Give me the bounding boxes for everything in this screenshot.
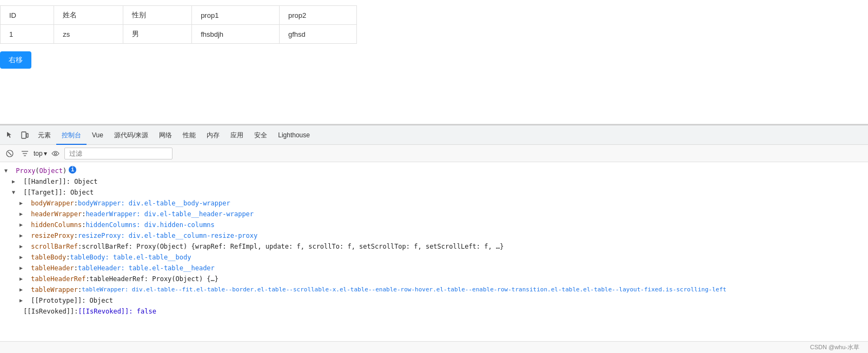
tab-lighthouse[interactable]: Lighthouse: [273, 125, 315, 145]
col-header-id: ID: [1, 6, 54, 25]
col-header-prop2: prop2: [279, 6, 356, 25]
prototype-expand[interactable]: ▶: [19, 296, 27, 305]
clear-console-button[interactable]: [3, 147, 16, 160]
devtools-footer: CSDN @whu-水草: [0, 341, 868, 353]
handler-expand-icon[interactable]: ▶: [12, 177, 19, 187]
data-table: ID 姓名 性别 prop1 prop2 1 zs 男 fhsbdjh gfhs…: [0, 5, 357, 44]
proxy-label: [12, 166, 16, 176]
info-icon[interactable]: i: [69, 166, 76, 174]
tab-application[interactable]: 应用: [225, 125, 249, 145]
tab-security[interactable]: 安全: [249, 125, 273, 145]
devtools-panel: 元素 控制台 Vue 源代码/来源 网络 性能 内存 应用 安全 Lightho…: [0, 124, 868, 353]
cell-name: zs: [54, 25, 123, 44]
table-wrapper-line: ▶ tableWrapper : tableWrapper: div.el-ta…: [4, 284, 868, 295]
proxy-object-line: ▼ Proxy ( Object ) i: [4, 165, 868, 176]
filter-input[interactable]: [64, 148, 173, 159]
context-selector[interactable]: top ▾: [34, 150, 47, 157]
svg-rect-1: [26, 134, 28, 137]
inspect-icon-button[interactable]: [2, 128, 17, 143]
col-header-name: 姓名: [54, 6, 123, 25]
svg-rect-0: [22, 132, 26, 138]
tab-memory[interactable]: 内存: [201, 125, 225, 145]
table-header-expand[interactable]: ▶: [19, 263, 27, 273]
right-move-button[interactable]: 右移: [0, 51, 31, 69]
cell-prop1: fhsbdjh: [192, 25, 280, 44]
table-body-line: ▶ tableBody : tableBody: table.el-table_…: [4, 252, 868, 263]
tab-performance[interactable]: 性能: [177, 125, 201, 145]
cell-id: 1: [1, 25, 54, 44]
body-wrapper-expand[interactable]: ▶: [19, 198, 27, 208]
devtools-content: ▼ Proxy ( Object ) i ▶ [[Handler]] : Obj…: [0, 162, 868, 341]
table-wrapper-expand[interactable]: ▶: [19, 285, 27, 295]
table-header-ref-line: ▶ tableHeaderRef : tableHeaderRef: Proxy…: [4, 274, 868, 284]
body-wrapper-line: ▶ bodyWrapper : bodyWrapper: div.el-tabl…: [4, 198, 868, 209]
filter-toggle-button[interactable]: [18, 147, 31, 160]
devtools-toolbar: top ▾: [0, 145, 868, 162]
target-line: ▼ [[Target]] : Object: [4, 187, 868, 198]
is-revoked-line: [[IsRevoked]] : [[IsRevoked]]: false: [4, 306, 868, 317]
col-header-gender: 性别: [123, 6, 191, 25]
table-row: 1 zs 男 fhsbdjh gfhsd: [1, 25, 357, 44]
table-header-ref-expand[interactable]: ▶: [19, 274, 27, 284]
hidden-columns-expand[interactable]: ▶: [19, 220, 27, 230]
context-label: top: [34, 150, 43, 157]
scroll-bar-ref-line: ▶ scrollBarRef : scrollBarRef: Proxy(Obj…: [4, 241, 868, 252]
scroll-bar-expand[interactable]: ▶: [19, 242, 27, 251]
cell-gender: 男: [123, 25, 191, 44]
tab-sources[interactable]: 源代码/来源: [109, 125, 154, 145]
tab-console[interactable]: 控制台: [56, 125, 87, 145]
eye-icon-button[interactable]: [49, 147, 62, 160]
header-wrapper-line: ▶ headerWrapper : headerWrapper: div.el-…: [4, 209, 868, 219]
tab-vue[interactable]: Vue: [87, 125, 109, 145]
devtools-tabbar: 元素 控制台 Vue 源代码/来源 网络 性能 内存 应用 安全 Lightho…: [0, 125, 868, 145]
webpage-area: ID 姓名 性别 prop1 prop2 1 zs 男 fhsbdjh gfhs…: [0, 0, 868, 124]
hidden-columns-line: ▶ hiddenColumns : hiddenColumns: div.hid…: [4, 219, 868, 230]
cell-prop2: gfhsd: [279, 25, 356, 44]
watermark-text: CSDN @whu-水草: [810, 343, 859, 351]
prototype-line: ▶ [[Prototype]] : Object: [4, 295, 868, 306]
resize-proxy-expand[interactable]: ▶: [19, 231, 27, 241]
handler-line: ▶ [[Handler]] : Object: [4, 176, 868, 187]
svg-line-3: [8, 152, 11, 155]
resize-proxy-line: ▶ resizeProxy : resizeProxy: div.el-tabl…: [4, 230, 868, 241]
proxy-type: Proxy: [16, 166, 35, 176]
target-expand-icon[interactable]: ▼: [12, 188, 19, 197]
tab-elements[interactable]: 元素: [32, 125, 56, 145]
table-body-expand[interactable]: ▶: [19, 252, 27, 262]
col-header-prop1: prop1: [192, 6, 280, 25]
expand-icon[interactable]: ▼: [4, 166, 12, 176]
chevron-down-icon: ▾: [44, 150, 47, 157]
header-wrapper-expand[interactable]: ▶: [19, 209, 27, 219]
svg-point-7: [55, 152, 57, 155]
table-header-line: ▶ tableHeader : tableHeader: table.el-ta…: [4, 263, 868, 274]
device-toolbar-icon-button[interactable]: [17, 128, 32, 143]
tab-network[interactable]: 网络: [154, 125, 177, 145]
